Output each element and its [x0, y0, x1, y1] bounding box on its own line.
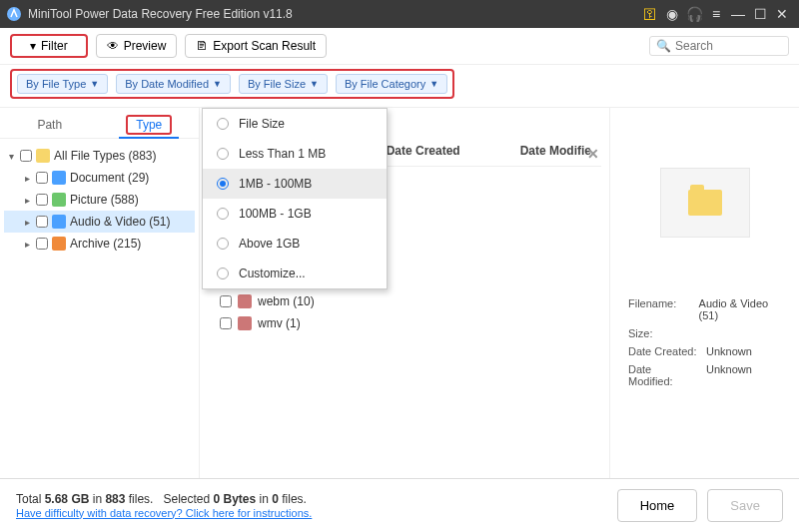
filter-label: Filter — [41, 39, 68, 53]
dropdown-item[interactable]: File Size — [203, 109, 387, 139]
dropdown-item[interactable]: 1MB - 100MB — [203, 169, 387, 199]
tree-item[interactable]: ▸ Archive (215) — [4, 233, 195, 255]
chevron-down-icon: ▾ — [6, 151, 16, 162]
toolbar: ▾ Filter 👁 Preview 🖹 Export Scan Result … — [0, 28, 799, 65]
dropdown-item[interactable]: 100MB - 1GB — [203, 199, 387, 229]
preview-label: Preview — [124, 39, 167, 53]
home-button[interactable]: Home — [617, 489, 698, 522]
radio-icon — [217, 238, 229, 250]
close-icon[interactable]: ✕ — [771, 6, 793, 22]
chevron-right-icon: ▸ — [22, 239, 32, 250]
file-size-dropdown: File SizeLess Than 1 MB1MB - 100MB100MB … — [202, 108, 388, 289]
radio-icon — [217, 178, 229, 190]
filter-button[interactable]: ▾ Filter — [10, 34, 88, 58]
minimize-icon[interactable]: — — [727, 6, 749, 22]
statusbar: Total 5.68 GB in 883 files. Selected 0 B… — [0, 478, 799, 532]
chip-file-type[interactable]: By File Type▼ — [17, 74, 108, 94]
app-logo-icon — [6, 6, 22, 22]
dropdown-item[interactable]: Customize... — [203, 259, 387, 288]
key-icon[interactable]: ⚿ — [639, 6, 661, 22]
dropdown-label: Above 1GB — [239, 237, 300, 251]
tree-checkbox[interactable] — [36, 172, 48, 184]
maximize-icon[interactable]: ☐ — [749, 6, 771, 22]
dropdown-label: Less Than 1 MB — [239, 147, 326, 161]
save-button[interactable]: Save — [707, 489, 783, 522]
titlebar: MiniTool Power Data Recovery Free Editio… — [0, 0, 799, 28]
file-label: webm (10) — [258, 294, 315, 308]
search-icon: 🔍 — [656, 39, 671, 53]
chevron-down-icon: ▼ — [90, 79, 99, 89]
tree-label: Picture (588) — [70, 193, 139, 207]
lbl-created: Date Created: — [628, 345, 698, 357]
close-panel-icon[interactable]: ✕ — [587, 146, 599, 162]
tab-path[interactable]: Path — [0, 112, 100, 138]
preview-button[interactable]: 👁 Preview — [96, 34, 178, 58]
radio-icon — [217, 118, 229, 130]
tree-label: Archive (215) — [70, 237, 141, 251]
file-list-panel: File SizeLess Than 1 MB1MB - 100MB100MB … — [200, 108, 609, 486]
chip-file-category[interactable]: By File Category▼ — [336, 74, 447, 94]
tab-type[interactable]: Type — [100, 112, 200, 138]
chevron-right-icon: ▸ — [22, 217, 32, 228]
dropdown-label: 100MB - 1GB — [239, 207, 312, 221]
tree-label: Document (29) — [70, 171, 149, 185]
file-checkbox[interactable] — [220, 317, 232, 329]
folder-icon — [688, 190, 722, 216]
help-link[interactable]: Have difficulty with data recovery? Clic… — [16, 507, 312, 519]
val-filename: Audio & Video (51) — [699, 297, 781, 321]
status-totals: Total 5.68 GB in 883 files. Selected 0 B… — [16, 492, 312, 506]
file-checkbox[interactable] — [220, 295, 232, 307]
tree-item[interactable]: ▸ Document (29) — [4, 167, 195, 189]
preview-thumbnail — [660, 168, 750, 238]
chip-date-modified[interactable]: By Date Modified▼ — [116, 74, 231, 94]
filter-chip-bar: By File Type▼ By Date Modified▼ By File … — [10, 69, 454, 99]
headphones-icon[interactable]: 🎧 — [683, 6, 705, 22]
tree-label: Audio & Video (51) — [70, 215, 171, 229]
search-box[interactable]: 🔍 — [649, 36, 789, 56]
tree-root[interactable]: ▾ All File Types (883) — [4, 145, 195, 167]
filter-icon: ▾ — [30, 39, 36, 53]
category-icon — [52, 215, 66, 229]
lbl-modified: Date Modified: — [628, 363, 698, 387]
dropdown-item[interactable]: Less Than 1 MB — [203, 139, 387, 169]
chevron-down-icon: ▼ — [310, 79, 319, 89]
category-icon — [52, 171, 66, 185]
val-created: Unknown — [706, 345, 752, 357]
disc-icon[interactable]: ◉ — [661, 6, 683, 22]
dropdown-label: Customize... — [239, 266, 306, 280]
menu-icon[interactable]: ≡ — [705, 6, 727, 22]
file-row[interactable]: wmv (1) — [218, 312, 591, 334]
col-date-created: Date Created — [387, 144, 460, 158]
chevron-right-icon: ▸ — [22, 173, 32, 184]
export-button[interactable]: 🖹 Export Scan Result — [185, 34, 327, 58]
tree: ▾ All File Types (883) ▸ Document (29)▸ … — [0, 139, 199, 261]
tree-checkbox[interactable] — [36, 216, 48, 228]
chevron-down-icon: ▼ — [429, 79, 438, 89]
file-row[interactable]: webm (10) — [218, 290, 591, 312]
lbl-filename: Filename: — [628, 297, 691, 321]
tree-checkbox[interactable] — [36, 238, 48, 250]
tree-item[interactable]: ▸ Picture (588) — [4, 189, 195, 211]
filetype-icon — [238, 316, 252, 330]
radio-icon — [217, 148, 229, 160]
folder-icon — [36, 149, 50, 163]
dropdown-item[interactable]: Above 1GB — [203, 229, 387, 259]
eye-icon: 👁 — [107, 39, 119, 53]
export-label: Export Scan Result — [213, 39, 316, 53]
file-label: wmv (1) — [258, 316, 301, 330]
search-input[interactable] — [675, 39, 775, 53]
lbl-size: Size: — [628, 327, 698, 339]
tree-checkbox[interactable] — [20, 150, 32, 162]
filetype-icon — [238, 294, 252, 308]
tree-item[interactable]: ▸ Audio & Video (51) — [4, 211, 195, 233]
radio-icon — [217, 208, 229, 220]
tree-label: All File Types (883) — [54, 149, 157, 163]
export-icon: 🖹 — [196, 39, 208, 53]
tree-checkbox[interactable] — [36, 194, 48, 206]
chip-file-size[interactable]: By File Size▼ — [239, 74, 328, 94]
chevron-down-icon: ▼ — [213, 79, 222, 89]
preview-pane: Filename:Audio & Video (51) Size: Date C… — [609, 108, 799, 486]
dropdown-label: 1MB - 100MB — [239, 177, 312, 191]
val-modified: Unknown — [706, 363, 752, 387]
window-title: MiniTool Power Data Recovery Free Editio… — [28, 7, 639, 21]
